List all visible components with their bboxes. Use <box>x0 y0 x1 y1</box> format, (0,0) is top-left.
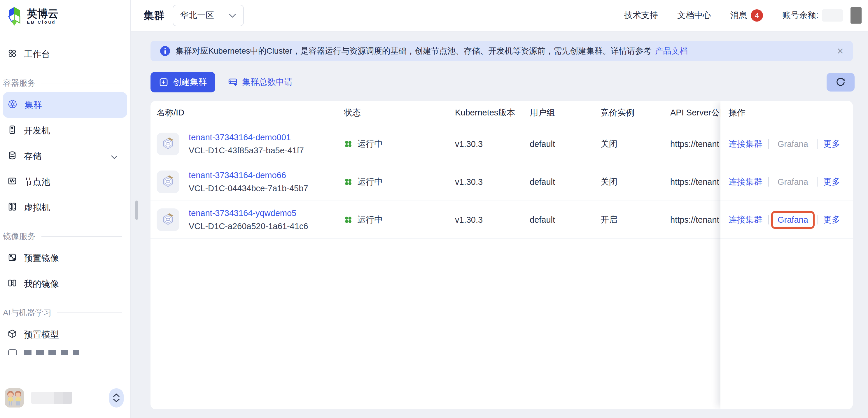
section-divider <box>41 83 122 84</box>
sidebar-section-container: 容器服务 <box>3 74 130 92</box>
sidebar-item-partial <box>3 349 127 355</box>
partial-label <box>24 350 79 355</box>
cell-version: v1.30.3 <box>455 139 530 149</box>
cell-name: tenant-37343164-yqwdemo5 VCL-D1C-a260a52… <box>157 208 344 231</box>
user-area <box>0 385 130 418</box>
main-content: 集群对应Kubernetes中的Cluster，是容器运行与资源调度的基础，创建… <box>131 31 868 418</box>
sidebar-section-ai: AI与机器学习 <box>3 304 130 322</box>
brand-name: 英博云 <box>27 8 58 19</box>
section-title: 镜像服务 <box>3 231 36 242</box>
header-status: 状态 <box>344 107 455 119</box>
sidebar-item-label: 预置模型 <box>24 329 59 341</box>
sidebar-item-devmachine[interactable]: 开发机 <box>3 118 127 143</box>
sidebar-item-storage[interactable]: 存储 <box>3 143 127 169</box>
actions-row: 连接集群 Grafana 更多 <box>720 201 853 239</box>
grafana-link-highlighted[interactable]: Grafana <box>771 211 815 229</box>
cluster-icon <box>157 170 179 193</box>
action-separator <box>817 139 817 149</box>
grafana-link[interactable]: Grafana <box>771 135 815 153</box>
sidebar-item-vm[interactable]: 虚拟机 <box>3 195 127 220</box>
cell-spot: 开启 <box>600 214 670 226</box>
more-link[interactable]: 更多 <box>824 176 840 188</box>
sidebar-item-preset-models[interactable]: 预置模型 <box>3 322 127 348</box>
docs-link[interactable]: 文档中心 <box>677 10 711 21</box>
action-separator <box>817 177 817 187</box>
node-pool-icon <box>8 176 17 188</box>
cube-icon <box>8 329 17 341</box>
cell-spot: 关闭 <box>600 138 670 150</box>
chevron-down-icon[interactable] <box>111 151 118 161</box>
more-link[interactable]: 更多 <box>824 138 840 150</box>
sidebar-item-preset-images[interactable]: 预置镜像 <box>3 246 127 271</box>
account-balance: 账号余额: <box>782 9 843 22</box>
messages-link[interactable]: 消息 4 <box>730 9 763 22</box>
cluster-icon <box>157 208 179 231</box>
close-icon[interactable]: × <box>837 45 843 57</box>
cell-group: default <box>530 139 600 149</box>
refresh-icon <box>835 77 846 88</box>
action-separator <box>768 177 769 187</box>
page-title: 集群 <box>144 8 164 23</box>
scrollbar-thumb[interactable] <box>135 200 138 220</box>
cluster-name-link[interactable]: tenant-37343164-demo001 <box>189 133 304 142</box>
connect-cluster-link[interactable]: 连接集群 <box>728 138 763 150</box>
connect-cluster-link[interactable]: 连接集群 <box>728 214 763 226</box>
create-cluster-button[interactable]: 创建集群 <box>151 72 215 92</box>
actions-row: 连接集群 Grafana 更多 <box>720 163 853 201</box>
cluster-table-card: 名称/ID 状态 Kubernetes版本 用户组 竞价实例 API Serve… <box>151 101 853 409</box>
my-image-icon <box>8 278 17 290</box>
support-link[interactable]: 技术支持 <box>624 10 658 21</box>
avatar[interactable] <box>5 388 24 408</box>
grafana-link[interactable]: Grafana <box>771 173 815 191</box>
status-text: 运行中 <box>357 138 383 150</box>
cluster-quota-request-link[interactable]: 集群总数申请 <box>228 76 293 88</box>
user-avatar-square[interactable] <box>850 7 862 24</box>
create-cluster-label: 创建集群 <box>173 76 207 88</box>
status-text: 运行中 <box>357 176 383 188</box>
account-switcher-button[interactable] <box>109 388 124 408</box>
section-title: AI与机器学习 <box>3 307 51 318</box>
banner-text: 集群对应Kubernetes中的Cluster，是容器运行与资源调度的基础，创建… <box>176 45 652 57</box>
connect-cluster-link[interactable]: 连接集群 <box>728 176 763 188</box>
brand-logo-icon <box>6 6 23 26</box>
sidebar-item-workbench[interactable]: 工作台 <box>3 41 127 67</box>
cell-version: v1.30.3 <box>455 215 530 225</box>
cluster-name-link[interactable]: tenant-37343164-yqwdemo5 <box>189 209 308 218</box>
sidebar-item-my-images[interactable]: 我的镜像 <box>3 271 127 297</box>
balance-value-blurred <box>822 9 843 22</box>
refresh-button[interactable] <box>827 73 855 92</box>
product-docs-link[interactable]: 产品文档 <box>655 45 688 57</box>
chevron-down-icon <box>113 398 120 403</box>
action-separator <box>768 215 769 224</box>
square-plus-icon <box>159 77 168 87</box>
sidebar-item-label: 我的镜像 <box>24 278 59 290</box>
more-link[interactable]: 更多 <box>824 214 840 226</box>
header-spot: 竞价实例 <box>600 107 670 119</box>
running-status-icon <box>344 140 352 148</box>
header-name: 名称/ID <box>157 107 344 119</box>
info-banner: 集群对应Kubernetes中的Cluster，是容器运行与资源调度的基础，创建… <box>151 41 853 61</box>
region-select[interactable]: 华北一区 <box>173 5 244 26</box>
grid-icon <box>8 49 17 60</box>
chevron-up-icon <box>113 393 120 397</box>
cluster-id: VCL-D1C-a260a520-1a61-41c6 <box>189 222 308 231</box>
cell-version: v1.30.3 <box>455 177 530 187</box>
sidebar-item-label: 存储 <box>24 151 41 162</box>
sidebar-item-label: 开发机 <box>24 125 50 137</box>
cell-spot: 关闭 <box>600 176 670 188</box>
sidebar-item-cluster[interactable]: 集群 <box>3 92 127 118</box>
cluster-name-link[interactable]: tenant-37343164-demo66 <box>189 171 308 180</box>
partial-icon <box>8 349 17 355</box>
cluster-quota-request-label: 集群总数申请 <box>242 76 293 88</box>
action-separator <box>768 139 769 149</box>
actions-column: 操作 连接集群 Grafana 更多 连接集群 Grafana 更多 <box>720 101 853 409</box>
app: 英博云 EB Cloud 工作台 容器服务 <box>0 0 868 418</box>
sidebar-item-label: 预置镜像 <box>24 252 59 264</box>
sidebar-section-images: 镜像服务 <box>3 227 130 246</box>
cell-name: tenant-37343164-demo001 VCL-D1C-43f85a37… <box>157 133 344 155</box>
sidebar-item-nodepool[interactable]: 节点池 <box>3 169 127 195</box>
cell-group: default <box>530 215 600 225</box>
server-plus-icon <box>228 77 238 87</box>
username-blurred <box>31 392 72 404</box>
kubernetes-icon <box>8 99 18 111</box>
